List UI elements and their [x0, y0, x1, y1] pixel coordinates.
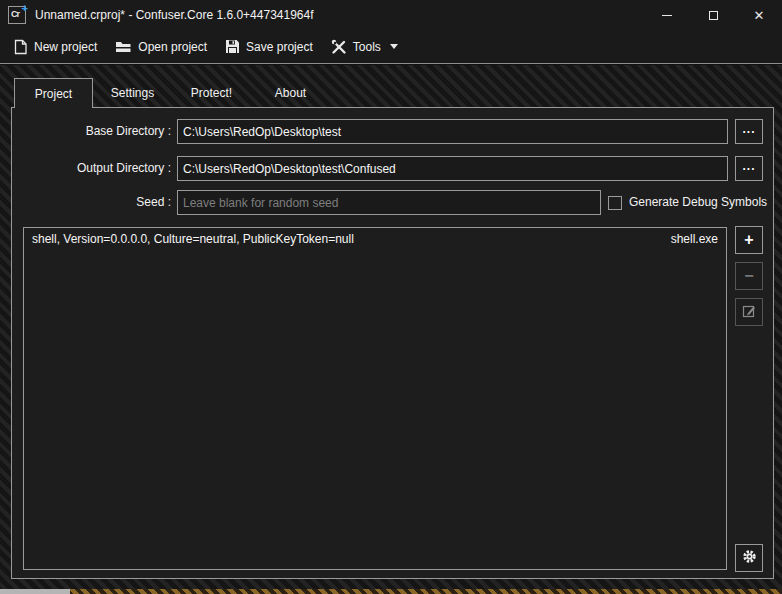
- progress-bar-fill: [0, 589, 70, 594]
- edit-module-button[interactable]: [735, 298, 763, 326]
- workspace: Project Settings Protect! About Base Dir…: [0, 65, 782, 594]
- edit-pencil-icon: [742, 303, 757, 322]
- app-icon: Cr +: [8, 6, 26, 24]
- output-directory-browse-button[interactable]: ...: [735, 156, 763, 181]
- module-list-item[interactable]: shell, Version=0.0.0.0, Culture=neutral,…: [24, 228, 726, 249]
- tools-icon: [331, 39, 347, 55]
- base-directory-input[interactable]: [177, 119, 728, 144]
- open-project-label: Open project: [138, 40, 207, 54]
- seed-input[interactable]: [177, 190, 601, 215]
- maximize-button[interactable]: [690, 0, 736, 30]
- open-project-button[interactable]: Open project: [106, 30, 216, 63]
- titlebar: Cr + Unnamed.crproj* - Confuser.Core 1.6…: [0, 0, 782, 30]
- tools-dropdown-arrow-icon: [390, 44, 398, 49]
- tools-label: Tools: [353, 40, 381, 54]
- base-directory-browse-button[interactable]: ...: [735, 119, 763, 144]
- save-floppy-icon: [225, 39, 240, 54]
- tab-about-label: About: [275, 86, 306, 100]
- tab-settings-label: Settings: [111, 86, 154, 100]
- output-directory-label: Output Directory :: [12, 156, 171, 181]
- tab-protect[interactable]: Protect!: [172, 78, 251, 108]
- tab-project[interactable]: Project: [14, 78, 93, 108]
- advanced-settings-button[interactable]: [735, 544, 763, 572]
- tools-menu-button[interactable]: Tools: [322, 30, 407, 63]
- add-module-button[interactable]: +: [735, 226, 763, 254]
- tab-project-label: Project: [35, 87, 72, 101]
- new-project-label: New project: [34, 40, 97, 54]
- plus-icon: +: [744, 231, 753, 249]
- minimize-button[interactable]: [644, 0, 690, 30]
- remove-module-button[interactable]: −: [735, 262, 763, 290]
- module-file-name: shell.exe: [671, 232, 718, 246]
- module-assembly-name: shell, Version=0.0.0.0, Culture=neutral,…: [32, 232, 354, 246]
- app-icon-text: Cr: [11, 9, 19, 19]
- window-controls: ✕: [644, 0, 782, 30]
- seed-label: Seed :: [12, 190, 171, 215]
- tab-strip: Project Settings Protect! About: [14, 78, 330, 108]
- module-listbox[interactable]: shell, Version=0.0.0.0, Culture=neutral,…: [23, 227, 727, 570]
- close-button[interactable]: ✕: [736, 0, 782, 30]
- minimize-icon: [662, 15, 672, 16]
- tab-settings[interactable]: Settings: [93, 78, 172, 108]
- window-title: Unnamed.crproj* - Confuser.Core 1.6.0+44…: [35, 8, 314, 22]
- progress-bar: [0, 589, 782, 594]
- toolbar: New project Open project Save project To…: [0, 30, 782, 64]
- app-icon-plus: +: [22, 2, 28, 14]
- generate-debug-symbols-checkbox[interactable]: [608, 196, 622, 210]
- gear-icon: [742, 549, 757, 568]
- maximize-icon: [709, 11, 718, 20]
- tab-protect-label: Protect!: [191, 86, 232, 100]
- save-project-label: Save project: [246, 40, 313, 54]
- project-panel: Base Directory : ... Output Directory : …: [11, 107, 774, 579]
- save-project-button[interactable]: Save project: [216, 30, 322, 63]
- tab-about[interactable]: About: [251, 78, 330, 108]
- new-project-icon: [13, 39, 28, 55]
- close-icon: ✕: [754, 9, 765, 22]
- minus-icon: −: [744, 267, 753, 285]
- generate-debug-symbols-label: Generate Debug Symbols: [629, 190, 767, 215]
- open-folder-icon: [115, 39, 132, 54]
- output-directory-input[interactable]: [177, 156, 728, 181]
- new-project-button[interactable]: New project: [4, 30, 106, 63]
- base-directory-label: Base Directory :: [12, 119, 171, 144]
